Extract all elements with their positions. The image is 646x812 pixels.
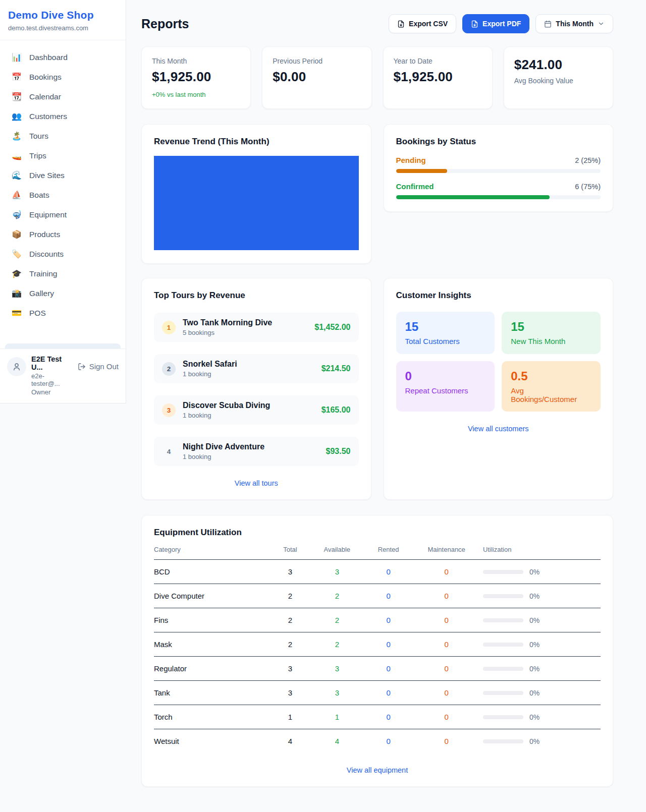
stat-label: Previous Period [273, 57, 361, 65]
column-header-maintenance: Maintenance [413, 546, 480, 560]
dashboard-icon: 📊 [11, 52, 22, 62]
sidebar-item-label: Training [29, 269, 57, 278]
sidebar-item-tours[interactable]: 🏝️ Tours [5, 126, 121, 146]
tour-list-item: 3 Discover Scuba Diving 1 booking $165.0… [154, 395, 359, 425]
equipment-available: 4 [310, 729, 364, 753]
bookings-by-status-card: Bookings by Status Pending 2 (25%) Confi… [384, 124, 614, 212]
insight-label: Total Customers [405, 337, 486, 345]
sidebar-item-label: Boats [29, 191, 49, 200]
insight-label: Repeat Customers [405, 386, 486, 395]
column-header-category: Category [154, 546, 270, 560]
sidebar-item-pos[interactable]: 💳 POS [5, 303, 121, 323]
equipment-maintenance: 0 [413, 681, 480, 705]
utilization-bar [483, 570, 523, 574]
logo-section: Demo Dive Shop demo.test.divestreams.com [0, 0, 126, 40]
sidebar-nav: 📊 Dashboard 📅 Bookings 📆 Calendar 👥 Cust… [0, 40, 126, 349]
equipment-category: Torch [154, 705, 270, 729]
person-icon [12, 362, 21, 371]
rank-badge: 2 [162, 362, 176, 376]
user-role: Owner [31, 388, 73, 396]
stat-card-avg-booking-value: $241.00 Avg Booking Value [504, 46, 613, 109]
file-download-icon [397, 20, 405, 28]
stat-delta: +0% vs last month [152, 91, 240, 98]
stat-label: Avg Booking Value [514, 77, 603, 85]
equipment-available: 2 [310, 608, 364, 632]
equipment-available: 1 [310, 705, 364, 729]
stat-value: $241.00 [514, 57, 603, 73]
top-tours-card: Top Tours by Revenue 1 Two Tank Morning … [141, 278, 371, 500]
boats-icon: ⛵ [11, 190, 22, 200]
column-header-total: Total [270, 546, 310, 560]
equipment-available: 3 [310, 681, 364, 705]
sidebar-item-trips[interactable]: 🚤 Trips [5, 146, 121, 165]
utilization-bar [483, 715, 523, 719]
view-all-customers-link[interactable]: View all customers [468, 425, 529, 433]
equipment-utilization-title: Equipment Utilization [154, 528, 601, 538]
period-label: This Month [556, 20, 594, 28]
page-header: Reports Export CSV Export PDF This Month [141, 14, 613, 33]
sidebar-item-gallery[interactable]: 📸 Gallery [5, 283, 121, 303]
user-email: e2e-tester@... [31, 372, 73, 387]
sidebar-item-dashboard[interactable]: 📊 Dashboard [5, 47, 121, 67]
export-pdf-button[interactable]: Export PDF [462, 14, 529, 33]
insight-repeat-customers: 0 Repeat Customers [396, 361, 495, 412]
tour-name: Discover Scuba Diving [183, 401, 314, 410]
sidebar-item-calendar[interactable]: 📆 Calendar [5, 87, 121, 106]
equipment-rented: 0 [364, 705, 413, 729]
sidebar-item-label: POS [29, 309, 46, 318]
tour-revenue: $214.50 [321, 364, 351, 373]
tour-name: Snorkel Safari [183, 360, 314, 369]
equipment-category: BCD [154, 560, 270, 584]
shop-logo: Demo Dive Shop [8, 9, 118, 21]
avatar [7, 357, 26, 376]
utilization-bar [483, 594, 523, 598]
stat-label: Year to Date [394, 57, 482, 65]
column-header-utilization: Utilization [480, 546, 601, 560]
customers-icon: 👥 [11, 111, 22, 121]
equipment-total: 3 [270, 681, 310, 705]
equipment-category: Fins [154, 608, 270, 632]
pos-icon: 💳 [11, 308, 22, 318]
top-tours-title: Top Tours by Revenue [154, 291, 359, 301]
sidebar-item-products[interactable]: 📦 Products [5, 224, 121, 244]
sidebar-item-customers[interactable]: 👥 Customers [5, 106, 121, 126]
sign-out-button[interactable]: Sign Out [78, 362, 119, 371]
equipment-available: 3 [310, 657, 364, 681]
file-download-icon [471, 20, 478, 28]
gallery-icon: 📸 [11, 288, 22, 298]
equipment-rented: 0 [364, 584, 413, 608]
utilization-percent: 0% [529, 592, 540, 600]
utilization-percent: 0% [529, 616, 540, 624]
discounts-icon: 🏷️ [11, 249, 22, 259]
table-row: Mask 2 2 0 0 0% [154, 632, 601, 657]
sidebar-item-training[interactable]: 🎓 Training [5, 264, 121, 283]
revenue-trend-title: Revenue Trend (This Month) [154, 137, 359, 147]
sidebar-item-bookings[interactable]: 📅 Bookings [5, 67, 121, 87]
sign-out-label: Sign Out [89, 362, 119, 371]
sidebar-item-label: Tours [29, 132, 48, 141]
utilization-bar [483, 739, 523, 743]
sidebar-item-dive-sites[interactable]: 🌊 Dive Sites [5, 165, 121, 185]
stat-label: This Month [152, 57, 240, 65]
sidebar-item-reports-partial[interactable] [5, 343, 121, 349]
sidebar-item-discounts[interactable]: 🏷️ Discounts [5, 244, 121, 264]
equipment-category: Mask [154, 632, 270, 657]
view-all-equipment-link[interactable]: View all equipment [347, 766, 408, 774]
insight-value: 15 [511, 320, 591, 334]
bookings-by-status-title: Bookings by Status [396, 137, 601, 147]
rank-badge: 4 [162, 445, 176, 458]
sidebar-item-equipment[interactable]: 🤿 Equipment [5, 205, 121, 224]
view-all-tours-link[interactable]: View all tours [235, 479, 278, 487]
chevron-down-icon [598, 20, 605, 27]
sidebar-item-label: Calendar [29, 92, 61, 101]
export-csv-button[interactable]: Export CSV [389, 14, 456, 33]
equipment-total: 1 [270, 705, 310, 729]
sidebar-item-label: Gallery [29, 289, 54, 298]
sidebar: Demo Dive Shop demo.test.divestreams.com… [0, 0, 126, 403]
equipment-maintenance: 0 [413, 560, 480, 584]
sidebar-item-boats[interactable]: ⛵ Boats [5, 185, 121, 205]
period-dropdown[interactable]: This Month [535, 14, 613, 33]
utilization-percent: 0% [529, 641, 540, 649]
tour-name: Two Tank Morning Dive [183, 318, 307, 327]
insight-label: Avg Bookings/Customer [511, 386, 591, 403]
